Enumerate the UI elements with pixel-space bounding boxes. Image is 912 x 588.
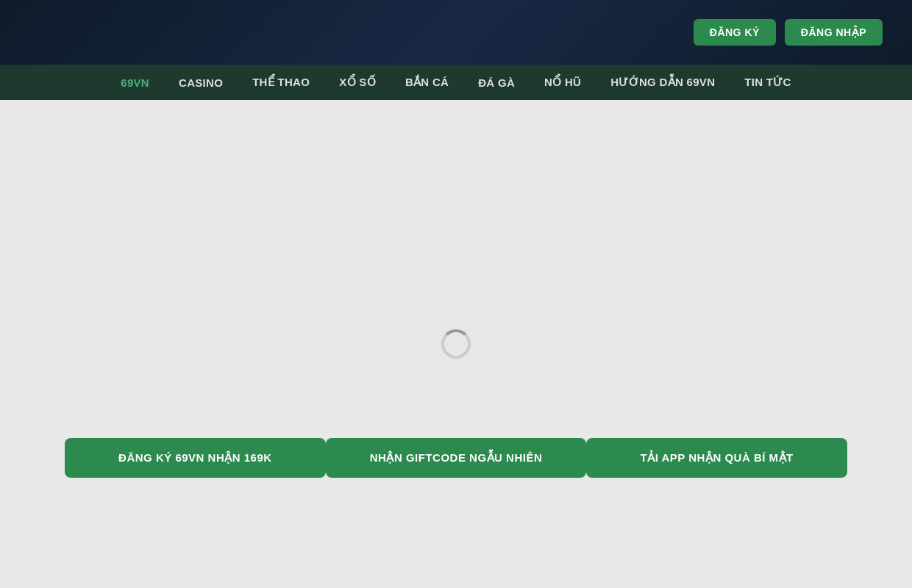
- register-button[interactable]: ĐĂNG KÝ: [694, 19, 776, 46]
- nav-item-the-thao[interactable]: THỂ THAO: [238, 65, 324, 100]
- register-bonus-button[interactable]: ĐĂNG KÝ 69VN NHẬN 169K: [65, 438, 326, 478]
- header: ĐĂNG KÝ ĐĂNG NHẬP: [0, 0, 912, 65]
- nav-item-da-ga[interactable]: ĐÁ GÀ: [463, 65, 530, 100]
- login-button[interactable]: ĐĂNG NHẬP: [785, 19, 883, 46]
- nav-item-xo-so[interactable]: XỔ SỐ: [324, 65, 391, 100]
- nav-item-huong-dan[interactable]: HƯỚNG DẪN 69VN: [596, 65, 730, 100]
- nav-item-ban-ca[interactable]: BẮN CÁ: [391, 65, 463, 100]
- navbar: 69VN CASINO THỂ THAO XỔ SỐ BẮN CÁ ĐÁ GÀ …: [0, 65, 912, 100]
- nav-item-tin-tuc[interactable]: TIN TỨC: [730, 65, 805, 100]
- main-content: ĐĂNG KÝ 69VN NHẬN 169K NHẬN GIFTCODE NGẪ…: [0, 100, 912, 588]
- nav-item-casino[interactable]: CASINO: [164, 65, 238, 100]
- bottom-area: [0, 478, 912, 588]
- giftcode-button[interactable]: NHẬN GIFTCODE NGẪU NHIÊN: [326, 438, 587, 478]
- nav-item-no-hu[interactable]: NỔ HŨ: [530, 65, 596, 100]
- loading-spinner: [441, 329, 471, 359]
- nav-item-69vn[interactable]: 69VN: [106, 65, 164, 100]
- promo-buttons-row: ĐĂNG KÝ 69VN NHẬN 169K NHẬN GIFTCODE NGẪ…: [0, 438, 912, 478]
- app-gift-button[interactable]: TẢI APP NHẬN QUÀ BÍ MẬT: [586, 438, 847, 478]
